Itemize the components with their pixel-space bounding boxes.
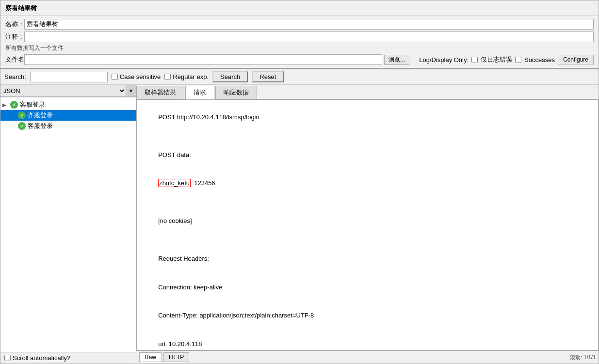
file-input[interactable] [24,54,382,65]
scroll-automatically-checkbox[interactable] [4,355,11,361]
case-sensitive-checkbox[interactable] [112,74,118,80]
file-label: 文件名 [5,55,24,64]
content-area: JSON Text XML HTML ▼ ▶ ✓ 客服登录 ✓ 齐 [0,85,599,364]
configure-button[interactable]: Configure [558,55,594,64]
case-sensitive-label: Case sensitive [120,73,161,80]
comment-input[interactable] [24,32,594,42]
browse-button[interactable]: 浏览... [384,55,409,65]
note-text: 所有数据写入一个文件 [0,43,599,53]
scroll-label: Scroll automatically? [13,354,70,362]
successes-label: Successes [524,56,555,63]
bottom-bar: Raw HTTP 滚动: 1/1/1 [136,350,599,364]
raw-tab[interactable]: Raw [139,352,162,362]
tree-item-label: 客服登录 [28,122,53,130]
errors-checkbox[interactable] [471,57,478,63]
dropdown-button[interactable]: ▼ [126,85,136,96]
request-line8: Request Headers: [158,255,209,262]
regex-group: Regular exp. [164,73,209,80]
left-panel: JSON Text XML HTML ▼ ▶ ✓ 客服登录 ✓ 齐 [0,85,136,364]
page-title: 察看结果树 [5,4,37,12]
successes-checkbox[interactable] [515,57,521,63]
tree-item[interactable]: ▶ ✓ 客服登录 [0,99,136,110]
status-icon-green: ✓ [18,122,26,130]
tree-item[interactable]: ✓ 客服登录 [0,121,136,131]
right-panel: 取样器结果 请求 响应数据 POST http://10.20.4.118/ls… [136,85,599,364]
request-content[interactable]: POST http://10.20.4.118/lsmsp/login POST… [136,99,599,350]
request-line11: url: 10.20.4.118 [158,340,202,348]
left-panel-header: JSON Text XML HTML ▼ [0,85,136,97]
file-row: 文件名 浏览... Log/Display Only: 仅日志错误 Succes… [0,53,599,66]
name-input[interactable] [24,19,594,30]
left-panel-footer: Scroll automatically? [0,352,136,364]
request-line10: Content-Type: application/json;text/plai… [158,312,314,319]
form-section: 名称： 注释： 所有数据写入一个文件 文件名 浏览... Log/Display… [0,16,599,68]
log-display-label: Log/Display Only: [419,56,469,63]
name-label: 名称： [5,20,24,29]
http-tab[interactable]: HTTP [163,352,189,362]
search-bar: Search: Case sensitive Regular exp. Sear… [0,68,599,85]
search-input[interactable] [30,72,108,82]
expand-icon: ▶ [2,102,10,108]
status-icon-green: ✓ [18,111,26,119]
tab-sampler-results[interactable]: 取样器结果 [136,86,184,99]
request-text: POST http://10.20.4.118/lsmsp/login POST… [141,103,594,350]
status-icon-green: ✓ [10,101,18,109]
scroll-checkbox-group: Scroll automatically? [4,354,70,362]
request-line3: POST data: [158,151,191,158]
comment-row: 注释： [0,31,599,43]
tree-area: ▶ ✓ 客服登录 ✓ 齐服登录 ✓ 客服登录 [0,97,136,352]
case-sensitive-group: Case sensitive [112,73,161,80]
search-button[interactable]: Search [212,71,248,82]
regex-checkbox[interactable] [164,74,171,80]
tabs-bar: 取样器结果 请求 响应数据 [136,85,599,99]
reset-button[interactable]: Reset [252,71,284,82]
tree-item-label: 客服登录 [20,100,45,109]
request-line1: POST http://10.20.4.118/lsmsp/login [158,113,259,121]
highlighted-value: zhufc_kefu [158,179,191,187]
tab-response-data[interactable]: 响应数据 [215,86,257,99]
errors-label: 仅日志错误 [481,55,512,64]
format-select[interactable]: JSON Text XML HTML [0,85,126,96]
name-row: 名称： [0,18,599,31]
comment-label: 注释： [5,32,24,41]
title-bar: 察看结果树 [0,0,599,16]
request-line4-suffix: 123456 [191,179,215,187]
tree-item-label: 齐服登录 [28,111,53,120]
tab-request[interactable]: 请求 [185,86,214,99]
regex-label: Regular exp. [173,73,209,80]
tree-item[interactable]: ✓ 齐服登录 [0,110,136,121]
status-text: 滚动: 1/1/1 [570,354,596,361]
request-line6: [no cookies] [158,217,192,224]
search-label: Search: [4,73,26,80]
request-line9: Connection: keep-alive [158,284,222,291]
